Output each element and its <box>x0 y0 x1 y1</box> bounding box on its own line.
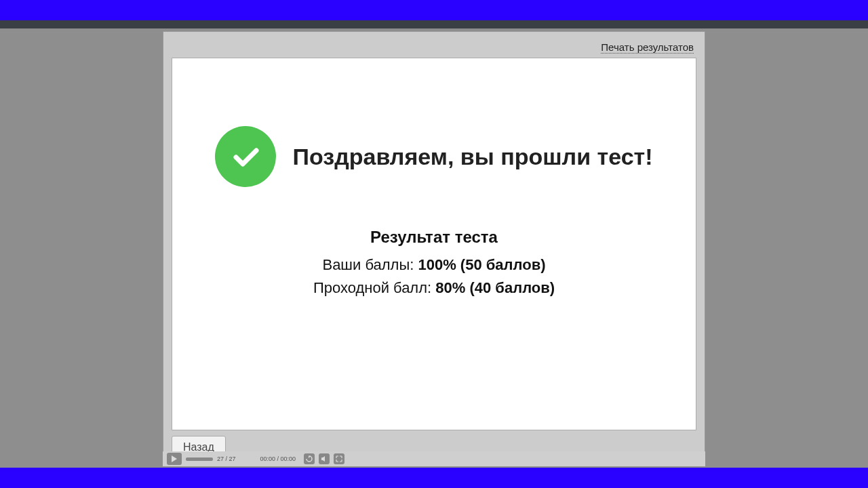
congrats-title: Поздравляем, вы прошли тест! <box>292 142 652 171</box>
your-score-value: 100% (50 баллов) <box>418 256 545 273</box>
passing-score-line: Проходной балл: 80% (40 баллов) <box>186 279 682 297</box>
player-container: Печать результатов Поздравляем, вы прошл… <box>163 31 705 465</box>
your-score-line: Ваши баллы: 100% (50 баллов) <box>186 256 682 274</box>
passing-score-value: 80% (40 баллов) <box>435 279 555 296</box>
print-row: Печать результатов <box>172 37 696 58</box>
browser-top-bar <box>0 20 868 28</box>
fullscreen-button[interactable] <box>334 453 344 464</box>
result-card: Поздравляем, вы прошли тест! Результат т… <box>172 58 696 430</box>
success-check-icon <box>215 126 276 187</box>
progress-bar[interactable] <box>186 458 213 461</box>
app-background: Печать результатов Поздравляем, вы прошл… <box>0 28 868 468</box>
play-button[interactable] <box>167 453 182 465</box>
congrats-row: Поздравляем, вы прошли тест! <box>186 126 682 187</box>
result-section-title: Результат теста <box>186 228 682 247</box>
time-display: 00:00 / 00:00 <box>260 455 296 462</box>
slide-counter: 27 / 27 <box>217 455 236 462</box>
print-results-link[interactable]: Печать результатов <box>601 41 694 54</box>
passing-score-label: Проходной балл: <box>313 279 431 296</box>
player-control-bar: 27 / 27 00:00 / 00:00 <box>163 451 705 466</box>
volume-button[interactable] <box>319 453 330 464</box>
replay-button[interactable] <box>304 453 315 464</box>
your-score-label: Ваши баллы: <box>322 256 414 273</box>
